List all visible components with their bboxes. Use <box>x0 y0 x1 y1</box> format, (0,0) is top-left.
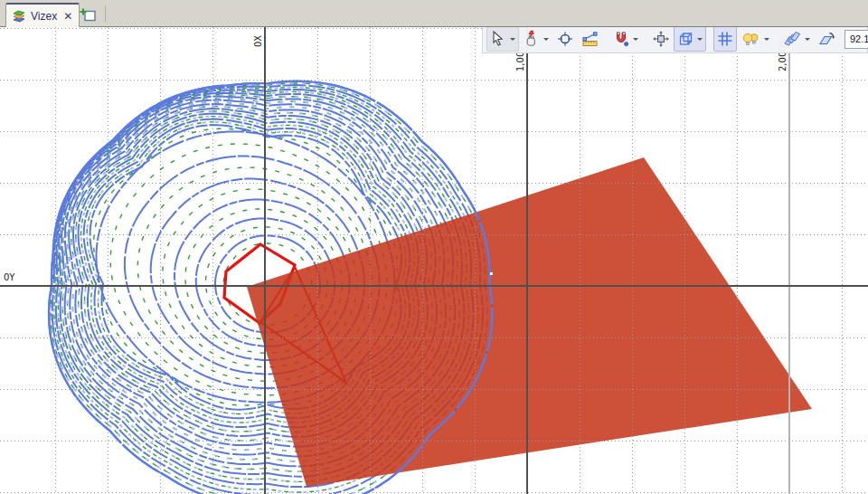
tab-close-icon[interactable]: ✕ <box>63 11 72 22</box>
select-tool-button[interactable] <box>486 26 519 52</box>
snap-tool-button[interactable] <box>609 26 642 52</box>
crosshair-icon <box>556 30 574 48</box>
tab-vizex[interactable]: Vizex ✕ <box>5 3 80 27</box>
axis-label-x-0: 0X <box>253 35 263 47</box>
display-toolbar: 92.1175 <box>482 24 868 53</box>
planes-icon <box>783 30 802 48</box>
snap-dropdown-caret[interactable] <box>633 38 638 43</box>
axis-label-y-0: 0Y <box>4 272 15 282</box>
vizex-window: 0X1,000X2,000X0Y Vizex ✕ <box>0 0 868 494</box>
combobox-value[interactable]: 92.1175 <box>845 33 868 44</box>
pan-select-dropdown-caret[interactable] <box>543 38 549 43</box>
new-tab-button[interactable] <box>76 5 99 24</box>
bulbs-icon <box>741 30 761 48</box>
section-views-button[interactable] <box>780 26 814 52</box>
display-grid-button[interactable] <box>713 26 737 52</box>
cursor-icon <box>489 30 507 48</box>
grid-icon <box>716 30 734 48</box>
vizex-canvas[interactable]: 0X1,000X2,000X0Y <box>0 0 868 494</box>
tab-bar: Vizex ✕ <box>0 0 868 27</box>
section-control-button[interactable] <box>815 26 839 52</box>
select-dropdown-caret[interactable] <box>510 38 515 43</box>
centre-point-button[interactable] <box>553 26 577 52</box>
section-views-dropdown-caret[interactable] <box>805 38 810 43</box>
3d-view-button[interactable] <box>674 26 706 52</box>
lighting-dropdown-caret[interactable] <box>764 38 769 43</box>
measure-tool-button[interactable] <box>578 26 602 52</box>
extents-icon <box>652 30 670 48</box>
cube-icon <box>676 30 694 48</box>
zoom-extents-button[interactable] <box>649 26 673 52</box>
red-overlay-quad <box>247 157 812 487</box>
magnet-icon <box>612 30 630 48</box>
pan-select-tool-button[interactable] <box>520 26 552 52</box>
hand-lightning-icon <box>523 30 541 48</box>
plane-arrow-icon <box>817 30 836 48</box>
tabbar-separator <box>105 5 106 22</box>
vertex-marker <box>490 272 493 275</box>
tab-label: Vizex <box>31 10 57 23</box>
new-form-icon <box>80 7 97 23</box>
ruler-icon <box>580 30 599 48</box>
3d-view-dropdown-caret[interactable] <box>697 38 703 43</box>
lighting-button[interactable] <box>738 26 773 52</box>
toolbar-value-combobox[interactable]: 92.1175 <box>844 30 868 49</box>
layers-icon <box>13 9 26 24</box>
